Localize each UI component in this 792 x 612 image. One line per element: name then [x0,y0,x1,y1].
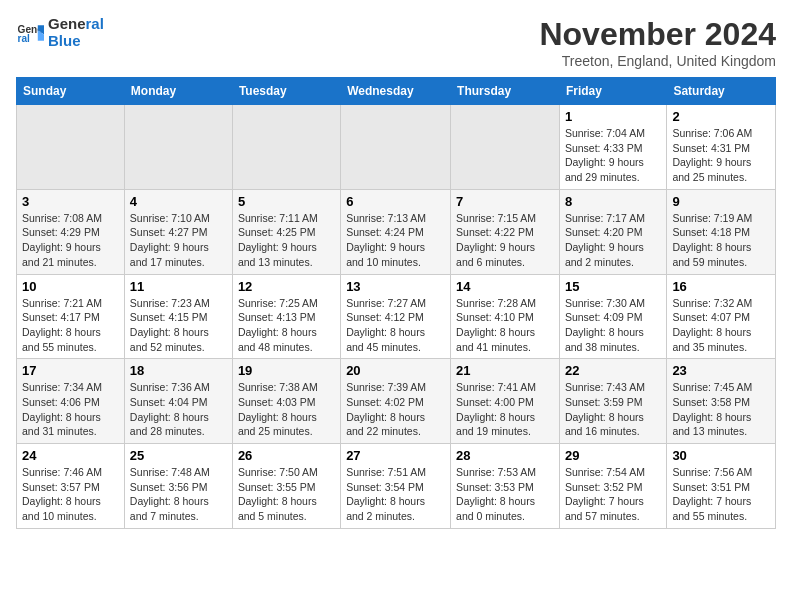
calendar-cell: 12Sunrise: 7:25 AM Sunset: 4:13 PM Dayli… [232,274,340,359]
svg-text:ral: ral [18,33,31,44]
calendar-cell: 14Sunrise: 7:28 AM Sunset: 4:10 PM Dayli… [451,274,560,359]
logo-line2: Blue [48,33,104,50]
calendar-cell: 9Sunrise: 7:19 AM Sunset: 4:18 PM Daylig… [667,189,776,274]
day-info: Sunrise: 7:48 AM Sunset: 3:56 PM Dayligh… [130,465,227,524]
day-number: 26 [238,448,335,463]
day-info: Sunrise: 7:43 AM Sunset: 3:59 PM Dayligh… [565,380,661,439]
day-number: 3 [22,194,119,209]
calendar-cell: 6Sunrise: 7:13 AM Sunset: 4:24 PM Daylig… [341,189,451,274]
day-info: Sunrise: 7:21 AM Sunset: 4:17 PM Dayligh… [22,296,119,355]
calendar-cell: 11Sunrise: 7:23 AM Sunset: 4:15 PM Dayli… [124,274,232,359]
day-number: 24 [22,448,119,463]
day-info: Sunrise: 7:54 AM Sunset: 3:52 PM Dayligh… [565,465,661,524]
day-number: 4 [130,194,227,209]
day-number: 2 [672,109,770,124]
day-info: Sunrise: 7:08 AM Sunset: 4:29 PM Dayligh… [22,211,119,270]
calendar-cell: 21Sunrise: 7:41 AM Sunset: 4:00 PM Dayli… [451,359,560,444]
page-header: Gene ral General Blue November 2024 Tree… [16,16,776,69]
day-info: Sunrise: 7:45 AM Sunset: 3:58 PM Dayligh… [672,380,770,439]
logo: Gene ral General Blue [16,16,104,49]
calendar-cell: 25Sunrise: 7:48 AM Sunset: 3:56 PM Dayli… [124,444,232,529]
day-number: 11 [130,279,227,294]
calendar-cell: 1Sunrise: 7:04 AM Sunset: 4:33 PM Daylig… [559,105,666,190]
day-number: 14 [456,279,554,294]
day-number: 10 [22,279,119,294]
calendar-table: SundayMondayTuesdayWednesdayThursdayFrid… [16,77,776,529]
calendar-cell [232,105,340,190]
day-number: 23 [672,363,770,378]
day-info: Sunrise: 7:30 AM Sunset: 4:09 PM Dayligh… [565,296,661,355]
day-number: 8 [565,194,661,209]
calendar-cell: 29Sunrise: 7:54 AM Sunset: 3:52 PM Dayli… [559,444,666,529]
calendar-cell: 18Sunrise: 7:36 AM Sunset: 4:04 PM Dayli… [124,359,232,444]
calendar-cell: 23Sunrise: 7:45 AM Sunset: 3:58 PM Dayli… [667,359,776,444]
logo-line1: General [48,16,104,33]
day-number: 25 [130,448,227,463]
day-number: 27 [346,448,445,463]
location: Treeton, England, United Kingdom [539,53,776,69]
day-info: Sunrise: 7:17 AM Sunset: 4:20 PM Dayligh… [565,211,661,270]
calendar-cell: 16Sunrise: 7:32 AM Sunset: 4:07 PM Dayli… [667,274,776,359]
weekday-header-friday: Friday [559,78,666,105]
calendar-cell: 5Sunrise: 7:11 AM Sunset: 4:25 PM Daylig… [232,189,340,274]
calendar-cell [17,105,125,190]
calendar-cell: 30Sunrise: 7:56 AM Sunset: 3:51 PM Dayli… [667,444,776,529]
day-number: 5 [238,194,335,209]
calendar-week-2: 3Sunrise: 7:08 AM Sunset: 4:29 PM Daylig… [17,189,776,274]
day-info: Sunrise: 7:11 AM Sunset: 4:25 PM Dayligh… [238,211,335,270]
day-info: Sunrise: 7:04 AM Sunset: 4:33 PM Dayligh… [565,126,661,185]
logo-icon: Gene ral [16,19,44,47]
day-number: 18 [130,363,227,378]
day-number: 19 [238,363,335,378]
day-info: Sunrise: 7:27 AM Sunset: 4:12 PM Dayligh… [346,296,445,355]
day-number: 29 [565,448,661,463]
weekday-header-wednesday: Wednesday [341,78,451,105]
calendar-cell: 19Sunrise: 7:38 AM Sunset: 4:03 PM Dayli… [232,359,340,444]
calendar-cell: 28Sunrise: 7:53 AM Sunset: 3:53 PM Dayli… [451,444,560,529]
day-info: Sunrise: 7:06 AM Sunset: 4:31 PM Dayligh… [672,126,770,185]
day-number: 15 [565,279,661,294]
weekday-header-monday: Monday [124,78,232,105]
weekday-header-tuesday: Tuesday [232,78,340,105]
calendar-cell: 8Sunrise: 7:17 AM Sunset: 4:20 PM Daylig… [559,189,666,274]
day-number: 22 [565,363,661,378]
calendar-cell: 24Sunrise: 7:46 AM Sunset: 3:57 PM Dayli… [17,444,125,529]
day-number: 6 [346,194,445,209]
calendar-cell: 20Sunrise: 7:39 AM Sunset: 4:02 PM Dayli… [341,359,451,444]
day-number: 30 [672,448,770,463]
title-block: November 2024 Treeton, England, United K… [539,16,776,69]
calendar-cell: 15Sunrise: 7:30 AM Sunset: 4:09 PM Dayli… [559,274,666,359]
day-number: 21 [456,363,554,378]
calendar-cell: 4Sunrise: 7:10 AM Sunset: 4:27 PM Daylig… [124,189,232,274]
day-info: Sunrise: 7:39 AM Sunset: 4:02 PM Dayligh… [346,380,445,439]
day-info: Sunrise: 7:51 AM Sunset: 3:54 PM Dayligh… [346,465,445,524]
calendar-cell [451,105,560,190]
day-info: Sunrise: 7:13 AM Sunset: 4:24 PM Dayligh… [346,211,445,270]
weekday-header-sunday: Sunday [17,78,125,105]
day-number: 9 [672,194,770,209]
calendar-cell: 26Sunrise: 7:50 AM Sunset: 3:55 PM Dayli… [232,444,340,529]
day-info: Sunrise: 7:19 AM Sunset: 4:18 PM Dayligh… [672,211,770,270]
day-number: 28 [456,448,554,463]
day-number: 7 [456,194,554,209]
day-info: Sunrise: 7:15 AM Sunset: 4:22 PM Dayligh… [456,211,554,270]
calendar-cell [341,105,451,190]
calendar-week-1: 1Sunrise: 7:04 AM Sunset: 4:33 PM Daylig… [17,105,776,190]
calendar-cell: 13Sunrise: 7:27 AM Sunset: 4:12 PM Dayli… [341,274,451,359]
day-info: Sunrise: 7:32 AM Sunset: 4:07 PM Dayligh… [672,296,770,355]
day-info: Sunrise: 7:46 AM Sunset: 3:57 PM Dayligh… [22,465,119,524]
day-number: 12 [238,279,335,294]
day-info: Sunrise: 7:23 AM Sunset: 4:15 PM Dayligh… [130,296,227,355]
day-info: Sunrise: 7:53 AM Sunset: 3:53 PM Dayligh… [456,465,554,524]
calendar-week-3: 10Sunrise: 7:21 AM Sunset: 4:17 PM Dayli… [17,274,776,359]
day-info: Sunrise: 7:41 AM Sunset: 4:00 PM Dayligh… [456,380,554,439]
calendar-week-4: 17Sunrise: 7:34 AM Sunset: 4:06 PM Dayli… [17,359,776,444]
day-number: 20 [346,363,445,378]
day-info: Sunrise: 7:34 AM Sunset: 4:06 PM Dayligh… [22,380,119,439]
calendar-cell [124,105,232,190]
calendar-cell: 17Sunrise: 7:34 AM Sunset: 4:06 PM Dayli… [17,359,125,444]
day-number: 16 [672,279,770,294]
calendar-cell: 3Sunrise: 7:08 AM Sunset: 4:29 PM Daylig… [17,189,125,274]
weekday-header-row: SundayMondayTuesdayWednesdayThursdayFrid… [17,78,776,105]
day-number: 17 [22,363,119,378]
